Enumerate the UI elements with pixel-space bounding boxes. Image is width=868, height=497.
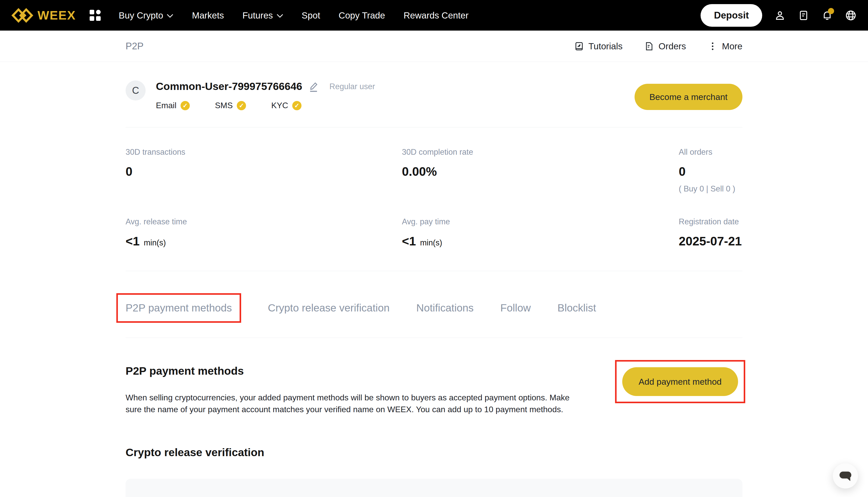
apps-grid-cell bbox=[96, 16, 101, 21]
user-icon[interactable] bbox=[774, 10, 786, 21]
orders-label: Orders bbox=[659, 41, 686, 52]
stat-label: 30D transactions bbox=[126, 147, 402, 157]
badge-label: Email bbox=[156, 101, 176, 110]
stat-value: 2025-07-21 bbox=[679, 234, 742, 248]
page-subheader: P2P Tutorials Orders More bbox=[0, 31, 868, 62]
more-menu[interactable]: More bbox=[707, 41, 742, 52]
breadcrumb: P2P bbox=[126, 41, 144, 52]
nav-item-rewards-center[interactable]: Rewards Center bbox=[404, 10, 469, 20]
stats-row-2: Avg. release time <1 min(s) Avg. pay tim… bbox=[126, 194, 742, 271]
name-row: Common-User-799975766646 Regular user bbox=[156, 81, 375, 93]
badge-sms: SMS ✓ bbox=[215, 101, 246, 110]
stat-avg-release-time: Avg. release time <1 min(s) bbox=[126, 217, 402, 248]
primary-nav: Buy Crypto Markets Futures Spot Copy Tra… bbox=[119, 10, 468, 20]
profile-tabs: P2P payment methods Crypto release verif… bbox=[126, 271, 742, 314]
order-history-icon[interactable] bbox=[798, 10, 809, 21]
release-verification-title: Crypto release verification bbox=[126, 446, 742, 459]
orders-link[interactable]: Orders bbox=[644, 41, 686, 52]
stats-row-1: 30D transactions 0 30D completion rate 0… bbox=[126, 127, 742, 194]
stat-all-orders: All orders 0 ( Buy 0 | Sell 0 ) bbox=[679, 147, 742, 194]
stat-avg-pay-time: Avg. pay time <1 min(s) bbox=[402, 217, 679, 248]
stat-30d-transactions: 30D transactions 0 bbox=[126, 147, 402, 194]
stat-label: Registration date bbox=[679, 217, 742, 226]
stat-registration-date: Registration date 2025-07-21 bbox=[679, 217, 742, 248]
apps-grid-icon[interactable] bbox=[90, 10, 101, 21]
apps-grid-cell bbox=[96, 10, 101, 14]
tab-crypto-release-verification[interactable]: Crypto release verification bbox=[268, 302, 389, 314]
stat-number: 2025-07-21 bbox=[679, 234, 742, 248]
stat-number: 0 bbox=[679, 165, 686, 179]
nav-item-markets[interactable]: Markets bbox=[192, 10, 224, 20]
badge-email: Email ✓ bbox=[156, 101, 190, 110]
stat-value: <1 min(s) bbox=[402, 234, 679, 248]
tab-blocklist[interactable]: Blocklist bbox=[558, 302, 596, 314]
stat-value: 0 bbox=[126, 165, 402, 179]
stat-label: 30D completion rate bbox=[402, 147, 679, 157]
globe-icon[interactable] bbox=[845, 10, 857, 21]
check-icon: ✓ bbox=[180, 101, 190, 110]
topnav-right: Deposit bbox=[701, 4, 857, 27]
stat-unit: min(s) bbox=[144, 238, 166, 247]
become-merchant-button[interactable]: Become a merchant bbox=[635, 84, 742, 110]
chevron-down-icon bbox=[167, 14, 173, 18]
payment-methods-section: P2P payment methods When selling cryptoc… bbox=[126, 338, 742, 497]
chat-bubble-icon bbox=[839, 471, 851, 479]
release-verification-card: Verify each release Custom frequency Eve… bbox=[126, 479, 742, 497]
nav-item-spot[interactable]: Spot bbox=[302, 10, 320, 20]
nav-item-label: Futures bbox=[242, 10, 273, 20]
nav-item-label: Spot bbox=[302, 10, 320, 20]
stat-number: 0.00% bbox=[402, 165, 437, 179]
stat-label: Avg. pay time bbox=[402, 217, 679, 226]
payment-methods-description: When selling cryptocurrencies, your adde… bbox=[126, 392, 585, 415]
badge-label: KYC bbox=[271, 101, 288, 110]
nav-item-futures[interactable]: Futures bbox=[242, 10, 283, 20]
user-type-label: Regular user bbox=[329, 82, 375, 91]
nav-item-label: Markets bbox=[192, 10, 224, 20]
check-icon: ✓ bbox=[237, 101, 246, 110]
profile-section: C Common-User-799975766646 Regular user … bbox=[126, 62, 742, 110]
stat-value: 0.00% bbox=[402, 165, 679, 179]
badge-kyc: KYC ✓ bbox=[271, 101, 301, 110]
stat-number: <1 bbox=[402, 234, 416, 248]
stat-label: All orders bbox=[679, 147, 742, 157]
weex-logo[interactable]: WEEX bbox=[11, 8, 76, 24]
chat-support-button[interactable] bbox=[833, 463, 858, 488]
tab-p2p-payment-methods[interactable]: P2P payment methods bbox=[126, 302, 232, 314]
edit-nickname-icon[interactable] bbox=[308, 81, 319, 92]
top-navigation: WEEX Buy Crypto Markets Futures Spot Cop… bbox=[0, 0, 868, 31]
orders-doc-icon bbox=[644, 41, 654, 52]
chevron-down-icon bbox=[277, 14, 283, 18]
nav-item-buy-crypto[interactable]: Buy Crypto bbox=[119, 10, 173, 20]
apps-grid-cell bbox=[90, 10, 94, 14]
stat-buy-sell-breakdown: ( Buy 0 | Sell 0 ) bbox=[679, 184, 742, 194]
verification-badges: Email ✓ SMS ✓ KYC ✓ bbox=[156, 101, 375, 110]
annotation-red-box-tab: P2P payment methods bbox=[116, 293, 241, 323]
annotation-red-box-add-button: Add payment method bbox=[615, 360, 745, 403]
weex-logo-text: WEEX bbox=[38, 8, 76, 22]
notification-dot bbox=[828, 8, 834, 14]
username: Common-User-799975766646 bbox=[156, 81, 302, 93]
subheader-actions: Tutorials Orders More bbox=[574, 41, 742, 52]
bell-icon[interactable] bbox=[821, 10, 833, 21]
tutorials-link[interactable]: Tutorials bbox=[574, 41, 622, 52]
vertical-dots-icon bbox=[707, 41, 718, 52]
tab-notifications[interactable]: Notifications bbox=[416, 302, 473, 314]
check-icon: ✓ bbox=[292, 101, 301, 110]
stat-value: <1 min(s) bbox=[126, 234, 402, 248]
stat-value: 0 bbox=[679, 165, 742, 179]
deposit-button[interactable]: Deposit bbox=[701, 4, 762, 27]
nav-item-label: Copy Trade bbox=[339, 10, 385, 20]
badge-label: SMS bbox=[215, 101, 233, 110]
tab-follow[interactable]: Follow bbox=[500, 302, 531, 314]
apps-grid-cell bbox=[90, 16, 94, 21]
nav-item-label: Rewards Center bbox=[404, 10, 469, 20]
stat-number: 0 bbox=[126, 165, 133, 179]
avatar: C bbox=[126, 81, 146, 100]
profile-info: Common-User-799975766646 Regular user Em… bbox=[156, 81, 375, 110]
stat-number: <1 bbox=[126, 234, 140, 248]
add-payment-method-button[interactable]: Add payment method bbox=[622, 367, 738, 396]
nav-item-label: Buy Crypto bbox=[119, 10, 163, 20]
stat-label: Avg. release time bbox=[126, 217, 402, 226]
more-label: More bbox=[722, 41, 742, 52]
nav-item-copy-trade[interactable]: Copy Trade bbox=[339, 10, 385, 20]
